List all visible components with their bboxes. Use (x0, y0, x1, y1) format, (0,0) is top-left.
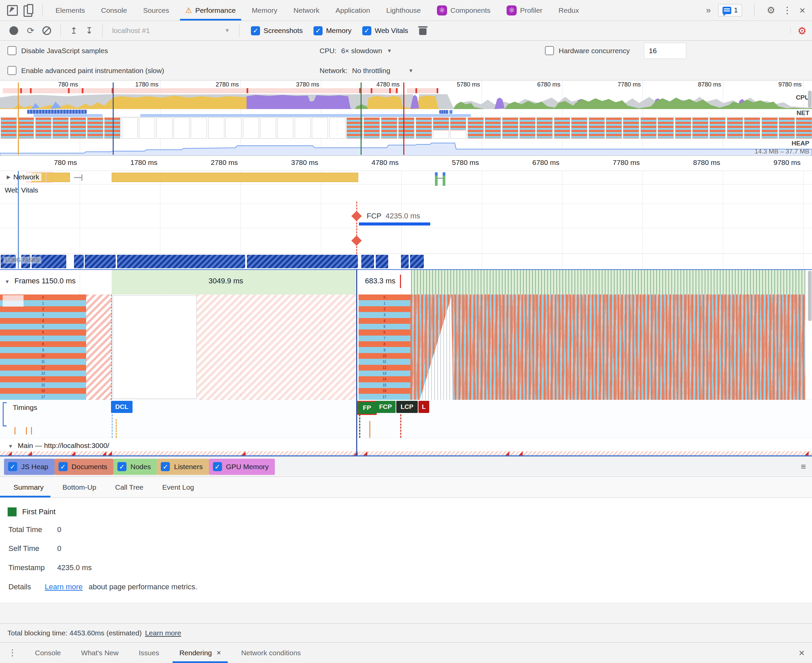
close-drawer-icon[interactable]: × (799, 642, 812, 663)
drawer-tab-console[interactable]: Console (25, 642, 71, 663)
more-menu-icon[interactable]: ⋮ (782, 5, 792, 16)
network-request-bar[interactable] (112, 173, 358, 182)
network-request-bar[interactable] (435, 172, 437, 186)
frame-screenshot-blank[interactable] (113, 295, 197, 399)
feedback-badge[interactable]: 1 (718, 4, 742, 16)
frame-screenshot[interactable]: 01234567891011121314151617 (0, 294, 86, 400)
hardware-concurrency-input[interactable]: 16 (644, 43, 686, 59)
tab-memory[interactable]: Memory (244, 0, 286, 21)
filmstrip-thumbnail[interactable] (312, 118, 328, 139)
long-task-bar[interactable] (401, 255, 409, 268)
filmstrip-thumbnail[interactable] (416, 118, 432, 139)
filmstrip-thumbnail[interactable] (225, 118, 242, 139)
filmstrip-thumbnail[interactable] (519, 118, 536, 139)
toggle-web-vitals[interactable]: ✓Web Vitals (362, 26, 408, 36)
checkbox-icon[interactable]: ✓ (58, 462, 68, 471)
frames-track[interactable]: ▼ Frames 1150.0 ms 3049.9 ms 683.3 ms 01… (0, 269, 812, 400)
tab-components[interactable]: ⚛Components (429, 0, 499, 21)
filmstrip-thumbnail[interactable] (191, 118, 207, 139)
filmstrip-thumbnail[interactable] (762, 118, 778, 139)
close-tab-icon[interactable]: × (216, 648, 221, 657)
filmstrip-thumbnail[interactable] (554, 118, 570, 139)
history-select[interactable]: localhost #1 ▼ (109, 27, 233, 35)
tab-redux[interactable]: Redux (550, 0, 587, 21)
long-tasks-track[interactable]: LONG TASKS (0, 254, 812, 270)
network-track[interactable]: ▶ Network (0, 171, 812, 184)
filmstrip-thumbnail[interactable] (381, 118, 397, 139)
filmstrip-thumbnail[interactable] (208, 118, 224, 139)
close-devtools-icon[interactable]: × (799, 5, 805, 16)
tab-console[interactable]: Console (93, 0, 135, 21)
checkbox-icon[interactable]: ✓ (8, 462, 17, 471)
tab-summary[interactable]: Summary (4, 477, 53, 497)
tab-application[interactable]: Application (327, 0, 378, 21)
network-request-bar[interactable] (443, 172, 446, 186)
tab-event-log[interactable]: Event Log (153, 477, 203, 497)
hamburger-menu-icon[interactable]: ≡ (801, 461, 806, 472)
disable-js-samples-checkbox[interactable] (7, 46, 16, 55)
cpu-throttle-select[interactable]: 6× slowdown ▼ (341, 47, 392, 55)
fcp-marker-icon[interactable] (351, 211, 362, 221)
filmstrip-thumbnail[interactable] (87, 118, 103, 139)
hardware-concurrency-checkbox[interactable] (545, 46, 554, 55)
advanced-paint-checkbox[interactable] (7, 66, 16, 75)
tab-lighthouse[interactable]: Lighthouse (378, 0, 429, 21)
tab-sources[interactable]: Sources (135, 0, 177, 21)
filmstrip-thumbnail[interactable] (623, 118, 639, 139)
counter-chip-listeners[interactable]: ✓Listeners (157, 459, 208, 475)
filmstrip-thumbnail[interactable] (675, 118, 691, 139)
filmstrip-thumbnail[interactable] (658, 118, 674, 139)
drawer-tab-network-conditions[interactable]: Network conditions (231, 642, 311, 663)
web-vitals-track[interactable]: Web Vitals FCP 4235.0 ms (0, 185, 812, 256)
network-throttle-select[interactable]: No throttling ▼ (352, 66, 413, 75)
filmstrip-thumbnail[interactable] (727, 118, 743, 139)
checkbox-icon[interactable]: ✓ (362, 26, 371, 36)
filmstrip-thumbnail[interactable] (18, 118, 34, 139)
filmstrip-thumbnail[interactable] (260, 118, 276, 139)
counter-chip-js-heap[interactable]: ✓JS Heap (4, 459, 55, 475)
filmstrip-thumbnail[interactable] (709, 118, 726, 139)
filmstrip-thumbnail[interactable] (1, 118, 17, 139)
filmstrip-thumbnail[interactable] (122, 118, 138, 139)
timing-badge-dcl[interactable]: DCL (111, 401, 132, 413)
main-thread-track[interactable]: ▼ Main — http://localhost:3000/ (0, 438, 812, 456)
load-profile-icon[interactable]: ↥ (70, 26, 78, 36)
filmstrip-thumbnail[interactable] (70, 118, 86, 139)
save-profile-icon[interactable]: ↧ (86, 26, 93, 36)
long-task-bar[interactable] (361, 255, 374, 268)
drawer-tab-issues[interactable]: Issues (129, 642, 169, 663)
filmstrip-thumbnail[interactable] (433, 118, 449, 139)
tab-bottom-up[interactable]: Bottom-Up (53, 477, 106, 497)
long-task-bar[interactable] (376, 255, 388, 268)
filmstrip-thumbnail[interactable] (606, 118, 622, 139)
filmstrip-thumbnail[interactable] (744, 118, 760, 139)
learn-more-link[interactable]: Learn more (45, 582, 83, 591)
filmstrip-thumbnail[interactable] (692, 118, 709, 139)
toggle-memory[interactable]: ✓Memory (313, 26, 352, 36)
reload-and-record-icon[interactable]: ⟳ (27, 26, 34, 36)
toggle-screenshots[interactable]: ✓Screenshots (251, 26, 303, 36)
timeline-overview[interactable]: 780 ms1780 ms2780 ms3780 ms4780 ms5780 m… (0, 81, 812, 156)
long-task-bar[interactable] (117, 255, 245, 268)
filmstrip-thumbnail[interactable] (398, 118, 415, 139)
filmstrip-thumbnail[interactable] (363, 118, 380, 139)
drawer-tab-rendering[interactable]: Rendering× (169, 642, 231, 663)
filmstrip-thumbnail[interactable] (347, 118, 363, 139)
counter-chip-documents[interactable]: ✓Documents (55, 459, 113, 475)
filmstrip-thumbnail[interactable] (571, 118, 587, 139)
timing-badge-fp[interactable]: FP (357, 401, 377, 415)
long-task-bar[interactable] (247, 255, 358, 268)
checkbox-icon[interactable]: ✓ (161, 462, 170, 471)
checkbox-icon[interactable]: ✓ (251, 26, 260, 36)
device-toolbar-icon[interactable] (20, 0, 38, 21)
filmstrip-thumbnail[interactable] (641, 118, 657, 139)
drawer-tab-what-s-new[interactable]: What's New (71, 642, 129, 663)
filmstrip-thumbnail[interactable] (485, 118, 501, 139)
counter-chip-gpu-memory[interactable]: ✓GPU Memory (209, 459, 275, 475)
filmstrip-thumbnail[interactable] (295, 118, 311, 139)
filmstrip-thumbnail[interactable] (779, 118, 795, 139)
filmstrip-thumbnail[interactable] (243, 118, 259, 139)
collapse-triangle-icon[interactable]: ▼ (5, 279, 10, 285)
expand-triangle-icon[interactable]: ▶ (7, 174, 11, 180)
long-task-bar[interactable] (410, 255, 424, 268)
